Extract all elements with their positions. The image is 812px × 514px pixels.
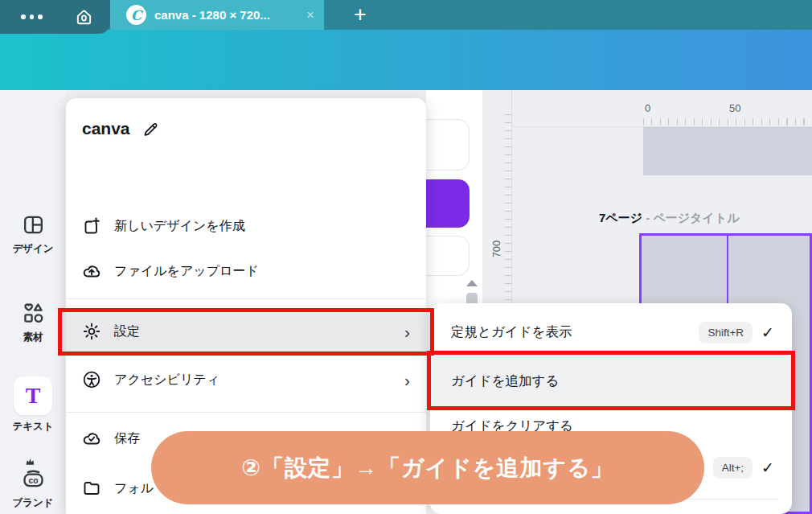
editor-toolbar	[0, 30, 812, 90]
menu-divider	[66, 298, 426, 299]
sidebar-label: 素材	[23, 331, 43, 344]
menu-item-label: 保存	[114, 430, 140, 447]
folder-icon	[82, 479, 101, 498]
browser-controls	[0, 0, 110, 34]
chevron-right-icon: ›	[404, 372, 410, 389]
page-6-bottom-edge[interactable]	[643, 127, 812, 175]
checkmark-icon: ✓	[761, 458, 774, 477]
menu-item-settings[interactable]: 設定 ›	[66, 309, 426, 354]
scroll-up-icon[interactable]	[466, 280, 478, 286]
design-title: canva	[82, 119, 130, 138]
tab-close-icon[interactable]: ×	[306, 8, 314, 22]
home-icon[interactable]	[75, 8, 93, 27]
submenu-item-label: ガイドを追加する	[451, 372, 559, 390]
menu-item-new-design[interactable]: 新しいデザインを作成	[66, 207, 426, 245]
menu-item-upload-file[interactable]: ファイルをアップロード	[66, 252, 426, 290]
sidebar-item-text[interactable]: T テキスト	[0, 376, 66, 434]
design-title-row: canva	[82, 119, 159, 138]
h-ruler-label-50: 50	[729, 102, 740, 114]
elements-icon	[21, 301, 46, 326]
submenu-item-show-rulers[interactable]: 定規とガイドを表示 Shift+R ✓	[430, 311, 792, 353]
sidebar-label: デザイン	[12, 242, 53, 256]
menu-item-label: 設定	[114, 323, 140, 340]
canva-logo-icon: C	[126, 5, 146, 25]
horizontal-ruler-ticks	[643, 118, 812, 125]
sidebar-rail: デザイン 素材 T テキスト co ブランド アップロード	[0, 90, 66, 514]
submenu-item-add-guides[interactable]: ガイドを追加する	[430, 356, 792, 407]
page-number-label: 7ページ	[599, 211, 642, 224]
sidebar-item-elements[interactable]: 素材	[0, 301, 66, 344]
menu-divider	[66, 412, 426, 413]
menu-item-label: ファイルをアップロード	[114, 263, 259, 280]
crown-icon	[25, 457, 35, 467]
menu-item-label: アクセシビリティ	[114, 372, 219, 389]
save-cloud-icon	[82, 429, 101, 448]
menu-item-label: 新しいデザインを作成	[114, 218, 245, 235]
sidebar-item-brand[interactable]: co ブランド	[0, 465, 66, 510]
h-ruler-label-0: 0	[645, 102, 650, 114]
text-icon: T	[14, 376, 52, 415]
page-7-title: 7ページ - ページタイトル	[599, 211, 740, 226]
page-title-placeholder: - ページタイトル	[642, 211, 739, 224]
sidebar-label: ブランド	[12, 496, 53, 510]
shortcut-badge: Alt+;	[713, 457, 753, 479]
sidebar-label: テキスト	[12, 420, 53, 434]
brand-icon: co	[20, 465, 47, 491]
design-icon	[21, 212, 46, 237]
menu-item-accessibility[interactable]: アクセシビリティ ›	[66, 360, 426, 399]
new-design-icon	[82, 216, 101, 236]
accessibility-icon	[82, 370, 101, 389]
horizontal-ruler: 0 50	[512, 100, 812, 127]
annotation-step-pill: ②「設定」→「ガイドを追加する」	[151, 431, 704, 504]
upload-file-icon	[82, 261, 101, 281]
shortcut-badge: Shift+R	[699, 322, 753, 343]
checkmark-icon: ✓	[761, 323, 774, 342]
chevron-right-icon: ›	[404, 323, 410, 340]
active-browser-tab[interactable]: C canva - 1280 × 720... ×	[110, 0, 324, 30]
svg-text:co: co	[28, 476, 38, 485]
tab-title: canva - 1280 × 720...	[154, 8, 270, 22]
v-ruler-label-700: 700	[490, 233, 502, 265]
new-tab-button[interactable]: +	[346, 0, 375, 30]
gear-icon	[82, 322, 101, 341]
annotation-step-text: ②「設定」→「ガイドを追加する」	[241, 453, 614, 483]
submenu-item-label: 定規とガイドを表示	[451, 323, 572, 341]
edit-title-pencil-icon[interactable]	[142, 121, 159, 138]
menu-item-label: フォル	[114, 480, 154, 497]
sidebar-item-design[interactable]: デザイン	[0, 212, 66, 256]
overflow-menu-icon[interactable]	[21, 14, 43, 19]
